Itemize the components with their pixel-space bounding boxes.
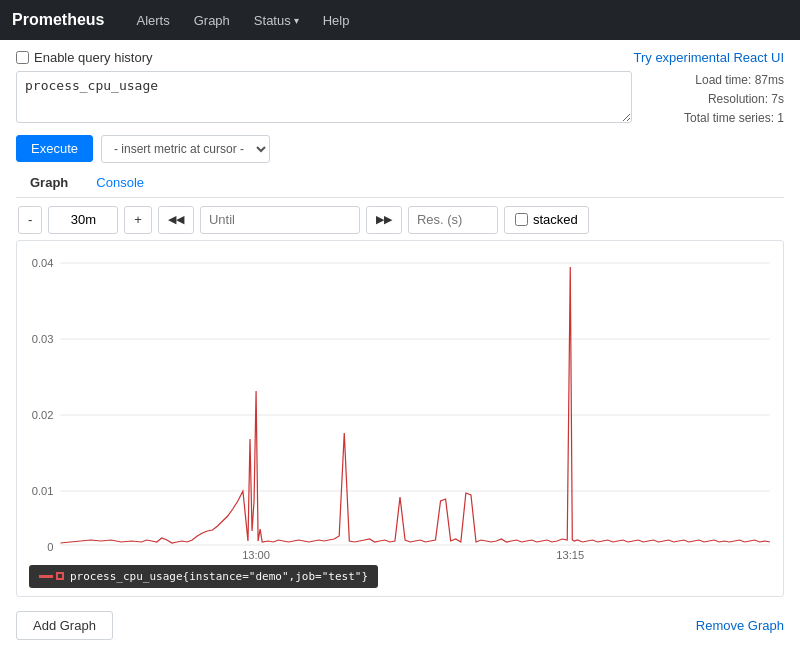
enable-query-history-checkbox[interactable] [16, 51, 29, 64]
zoom-in-button[interactable]: + [124, 206, 152, 234]
nav-status-label: Status [254, 13, 291, 28]
nav-status-dropdown[interactable]: Status ▾ [242, 5, 311, 36]
nav-alerts[interactable]: Alerts [124, 5, 181, 36]
back-button[interactable]: ◀◀ [158, 206, 194, 234]
svg-text:0.04: 0.04 [32, 257, 54, 269]
total-series: Total time series: 1 [644, 109, 784, 128]
svg-text:0.02: 0.02 [32, 409, 54, 421]
tab-console[interactable]: Console [82, 169, 158, 198]
legend-line-icon [39, 575, 53, 578]
bottom-actions: Add Graph Remove Graph [16, 607, 784, 644]
stacked-button[interactable]: stacked [504, 206, 589, 234]
graph-controls: - + ◀◀ ▶▶ stacked [16, 206, 784, 234]
load-time: Load time: 87ms [644, 71, 784, 90]
nav-help[interactable]: Help [311, 5, 362, 36]
chevron-down-icon: ▾ [294, 15, 299, 26]
query-col [16, 71, 632, 126]
chart-svg: 0.04 0.03 0.02 0.01 0 13:00 13:15 [25, 251, 775, 561]
query-stats-row: Load time: 87ms Resolution: 7s Total tim… [16, 71, 784, 129]
metric-select[interactable]: - insert metric at cursor - [101, 135, 270, 163]
svg-text:0.03: 0.03 [32, 333, 54, 345]
chart-container: 0.04 0.03 0.02 0.01 0 13:00 13:15 pro [16, 240, 784, 597]
resolution: Resolution: 7s [644, 90, 784, 109]
remove-graph-link[interactable]: Remove Graph [696, 618, 784, 633]
execute-button[interactable]: Execute [16, 135, 93, 162]
nav-graph[interactable]: Graph [182, 5, 242, 36]
stats-panel: Load time: 87ms Resolution: 7s Total tim… [644, 71, 784, 129]
resolution-input[interactable] [408, 206, 498, 234]
query-input[interactable] [16, 71, 632, 123]
legend-color-box [39, 572, 64, 580]
forward-button[interactable]: ▶▶ [366, 206, 402, 234]
tabs: Graph Console [16, 169, 784, 198]
execute-row: Execute - insert metric at cursor - [16, 135, 784, 163]
stacked-label: stacked [533, 212, 578, 227]
main-content: Enable query history Try experimental Re… [0, 40, 800, 654]
top-bar: Enable query history Try experimental Re… [16, 50, 784, 65]
legend-metric-label[interactable]: process_cpu_usage{instance="demo",job="t… [70, 570, 368, 583]
stats-col: Load time: 87ms Resolution: 7s Total tim… [644, 71, 784, 129]
svg-text:0: 0 [47, 541, 53, 553]
svg-text:0.01: 0.01 [32, 485, 54, 497]
navbar-brand[interactable]: Prometheus [12, 11, 104, 29]
until-input[interactable] [200, 206, 360, 234]
legend-box-icon [56, 572, 64, 580]
add-graph-button[interactable]: Add Graph [16, 611, 113, 640]
experimental-react-link[interactable]: Try experimental React UI [633, 50, 784, 65]
enable-query-history-label[interactable]: Enable query history [16, 50, 153, 65]
svg-text:13:15: 13:15 [556, 549, 584, 561]
chart-legend: process_cpu_usage{instance="demo",job="t… [29, 565, 378, 588]
stacked-checkbox[interactable] [515, 213, 528, 226]
zoom-out-button[interactable]: - [18, 206, 42, 234]
tab-graph[interactable]: Graph [16, 169, 82, 198]
navbar: Prometheus Alerts Graph Status ▾ Help [0, 0, 800, 40]
svg-text:13:00: 13:00 [242, 549, 270, 561]
enable-query-history-text: Enable query history [34, 50, 153, 65]
time-range-input[interactable] [48, 206, 118, 234]
